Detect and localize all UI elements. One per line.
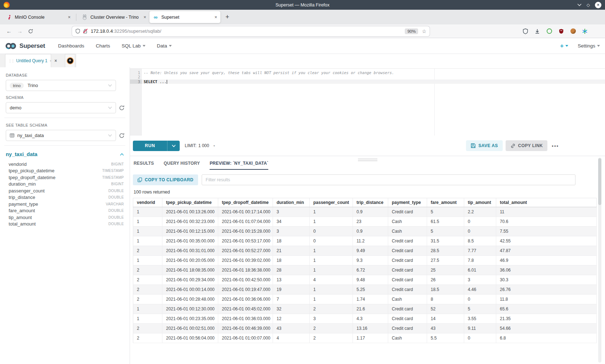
copy-to-clipboard-button[interactable]: COPY TO CLIPBOARD xyxy=(133,174,198,185)
menu-hamburger-icon[interactable] xyxy=(593,28,599,35)
nav-item-sql-lab[interactable]: SQL Lab xyxy=(122,43,145,49)
table-row[interactable]: 22021-06-01 00:28:48.0002021-06-01 00:36… xyxy=(133,295,597,304)
save-as-button[interactable]: SAVE AS xyxy=(466,140,502,151)
results-tab-1[interactable]: RESULTS xyxy=(134,161,154,170)
grid-header-tip_amount[interactable]: tip_amount xyxy=(464,198,496,207)
refresh-schema-icon[interactable] xyxy=(119,105,125,111)
browser-tab-2[interactable]: Cluster Overview - Trino× xyxy=(79,11,149,23)
back-icon[interactable]: ← xyxy=(4,26,14,36)
insecure-lock-icon[interactable] xyxy=(83,28,88,34)
table-row[interactable]: 12021-06-01 00:20:05.0002021-06-01 00:39… xyxy=(133,256,597,265)
table-cell: 2 xyxy=(133,265,162,275)
tab-close-icon[interactable]: × xyxy=(66,14,71,20)
column-name: tip_amount xyxy=(9,215,32,220)
column-type: TIMESTAMP xyxy=(102,176,124,179)
grid-header-duration_min[interactable]: duration_min xyxy=(273,198,310,207)
grid-header-tpep_dropoff_datetime[interactable]: tpep_dropoff_datetime xyxy=(218,198,273,207)
url-bar[interactable]: 172.18.0.4:32295/superset/sqllab/ 90% ☆ xyxy=(72,26,430,36)
filter-results-input[interactable] xyxy=(202,174,575,185)
brand-title[interactable]: Superset xyxy=(19,42,45,50)
pane-drag-handle-icon[interactable] xyxy=(358,159,377,162)
nav-item-data[interactable]: Data xyxy=(157,43,172,49)
table-row[interactable]: 12021-06-01 00:13:26.0002021-06-01 00:17… xyxy=(133,207,597,217)
table-row[interactable]: 22021-06-01 18:08:35.0002021-06-01 18:36… xyxy=(133,265,597,275)
table-row[interactable]: 12021-06-01 00:35:00.0002021-06-01 00:53… xyxy=(133,236,597,246)
ublock-shield-icon[interactable] xyxy=(558,28,564,35)
more-actions-icon[interactable]: ••• xyxy=(552,143,559,149)
table-row[interactable]: 12021-06-01 00:12:30.0002021-06-01 00:45… xyxy=(133,304,597,314)
superset-logo-icon[interactable] xyxy=(5,42,17,50)
code-text xyxy=(142,75,144,79)
grid-header-trip_distance[interactable]: trip_distance xyxy=(353,198,388,207)
table-row[interactable]: 22021-06-01 00:31:01.0002021-06-01 00:52… xyxy=(133,246,597,256)
table-cell: Credit card xyxy=(388,285,427,295)
nav-item-charts[interactable]: Charts xyxy=(96,43,110,49)
tab-close-icon[interactable]: × xyxy=(212,14,217,20)
database-select[interactable]: trino Trino xyxy=(6,80,116,91)
table-cell: 11.2 xyxy=(353,236,388,246)
forward-icon[interactable]: → xyxy=(14,26,25,36)
grid-header-tpep_pickup_datetime[interactable]: tpep_pickup_datetime xyxy=(162,198,218,207)
sql-editor[interactable]: 1-- Note: Unless you save your query, th… xyxy=(130,68,605,136)
table-cell: 5 xyxy=(427,207,464,217)
results-tab-3[interactable]: PREVIEW: `NY_TAXI_DATA` xyxy=(210,161,268,170)
cookie-icon[interactable] xyxy=(570,28,576,35)
browser-tab-1[interactable]: MinIO Console× xyxy=(3,11,74,23)
table-cell: 3 xyxy=(464,275,496,285)
table-select[interactable]: ny_taxi_data xyxy=(6,130,116,141)
table-row[interactable]: 12021-06-01 00:12:15.0002021-06-01 00:15… xyxy=(133,227,597,236)
extension-green-icon[interactable] xyxy=(546,28,552,35)
tab-close-icon[interactable]: × xyxy=(141,14,146,20)
grid-header-vendorid[interactable]: vendorid xyxy=(133,198,162,207)
add-new-button[interactable]: + xyxy=(560,42,568,50)
table-cell: 2021-06-01 00:20:05.000 xyxy=(162,256,218,265)
table-row[interactable]: 12021-06-01 00:32:23.0002021-06-01 01:07… xyxy=(133,217,597,227)
add-query-tab-button[interactable]: + xyxy=(65,54,75,67)
window-minimize-icon[interactable] xyxy=(577,4,582,6)
divider xyxy=(4,118,125,118)
settings-menu[interactable]: Settings xyxy=(578,43,600,49)
table-cell: Credit card xyxy=(388,236,427,246)
window-maximize-icon[interactable]: ◇ xyxy=(587,3,590,8)
bookmark-star-icon[interactable]: ☆ xyxy=(422,28,426,34)
results-tab-2[interactable]: QUERY HISTORY xyxy=(164,161,200,170)
table-cell: 2021-06-01 00:28:48.000 xyxy=(162,295,218,304)
colorful-asterisk-icon[interactable] xyxy=(582,28,588,35)
window-close-icon[interactable]: × xyxy=(595,2,601,8)
query-tab-untitled-1[interactable]: ⋮⋮ Untitled Query 1 ● × xyxy=(5,54,51,67)
run-button[interactable]: RUN xyxy=(133,141,180,151)
table-row[interactable]: 22021-06-01 00:02:51.0002021-06-01 00:46… xyxy=(133,324,597,333)
table-name-heading[interactable]: ny_taxi_data xyxy=(6,151,37,157)
table-row[interactable]: 22021-06-01 00:56:04.0002021-06-01 01:00… xyxy=(133,333,597,343)
query-tab-close-icon[interactable]: × xyxy=(54,58,57,63)
grid-header-fare_amount[interactable]: fare_amount xyxy=(427,198,464,207)
table-cell: 21 xyxy=(273,246,310,256)
refresh-table-icon[interactable] xyxy=(119,133,125,138)
grid-header-payment_type[interactable]: payment_type xyxy=(388,198,427,207)
chevron-down-icon xyxy=(108,84,112,87)
run-options-caret-icon[interactable] xyxy=(167,141,180,151)
limit-dropdown[interactable]: LIMIT: 1 000 ▾ xyxy=(185,143,215,148)
download-icon[interactable] xyxy=(534,28,541,35)
new-tab-button[interactable]: + xyxy=(225,13,229,21)
nav-item-dashboards[interactable]: Dashboards xyxy=(58,43,84,49)
table-cell: Credit card xyxy=(388,265,427,275)
copy-link-button[interactable]: COPY LINK xyxy=(506,140,548,151)
tracking-shield-icon[interactable] xyxy=(75,28,80,34)
table-cell: 2021-06-01 00:56:04.000 xyxy=(162,333,218,343)
results-scrollbar[interactable] xyxy=(598,158,601,363)
table-row[interactable]: 22021-06-01 00:29:34.0002021-06-01 00:42… xyxy=(133,275,597,285)
grid-header-total_amount[interactable]: total_amount xyxy=(496,198,597,207)
browser-tab-3[interactable]: ∞Superset× xyxy=(149,11,220,23)
collapse-chevron-up-icon[interactable] xyxy=(120,153,124,156)
table-cell: 5.25 xyxy=(353,285,388,295)
grid-header-passenger_count[interactable]: passenger_count xyxy=(310,198,353,207)
editor-pane: 1-- Note: Unless you save your query, th… xyxy=(130,67,605,364)
schema-select[interactable]: demo xyxy=(6,102,116,113)
reload-icon[interactable] xyxy=(25,26,36,36)
table-row[interactable]: 12021-06-01 00:23:35.0002021-06-01 00:36… xyxy=(133,314,597,324)
shield-check-icon[interactable] xyxy=(522,28,529,35)
table-row[interactable]: 22021-06-01 00:00:14.0002021-06-01 00:19… xyxy=(133,285,597,295)
drag-handle-icon[interactable]: ⋮⋮ xyxy=(8,59,14,63)
zoom-level-badge[interactable]: 90% xyxy=(405,28,418,34)
